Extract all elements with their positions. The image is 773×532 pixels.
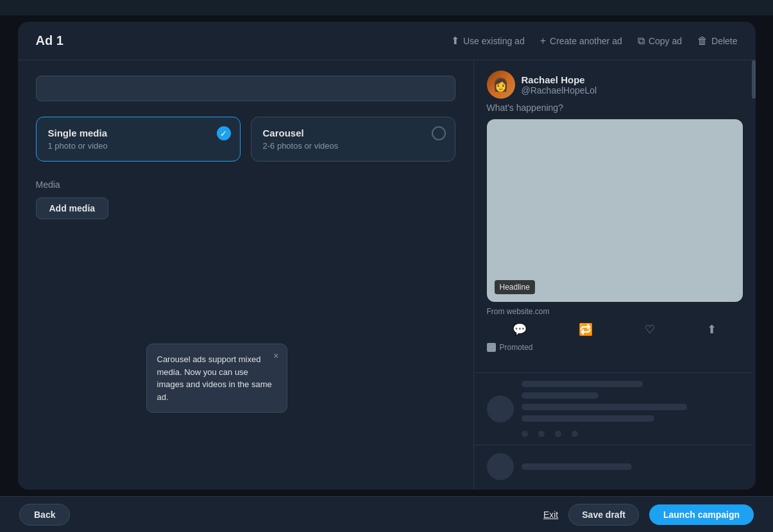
skeleton-row-2 bbox=[474, 445, 756, 488]
back-button[interactable]: Back bbox=[19, 504, 70, 526]
copy-icon: ⧉ bbox=[638, 35, 645, 47]
upload-icon: ⬆ bbox=[451, 35, 459, 47]
bottom-bar: Back Exit Save draft Launch campaign bbox=[0, 496, 773, 532]
carousel-desc: 2-6 photos or videos bbox=[263, 141, 443, 151]
tweet-status-text: What's happening? bbox=[487, 103, 743, 113]
right-actions: Exit Save draft Launch campaign bbox=[543, 504, 754, 526]
tweet-user-info: Rachael Hope @RachaelHopeLol bbox=[522, 74, 597, 96]
use-existing-ad-button[interactable]: ⬆ Use existing ad bbox=[451, 35, 525, 47]
scrollbar-thumb[interactable] bbox=[752, 60, 756, 99]
like-icon[interactable]: ♡ bbox=[645, 322, 655, 337]
carousel-radio bbox=[432, 126, 446, 140]
copy-ad-button[interactable]: ⧉ Copy ad bbox=[638, 35, 682, 47]
plus-icon: + bbox=[540, 35, 546, 47]
save-draft-button[interactable]: Save draft bbox=[568, 504, 639, 526]
delete-button[interactable]: 🗑 Delete bbox=[697, 35, 737, 47]
tooltip-close-button[interactable]: × bbox=[273, 351, 278, 361]
skeleton-line bbox=[522, 415, 654, 422]
trash-icon: 🗑 bbox=[697, 35, 708, 47]
tweet-preview: 👩 Rachael Hope @RachaelHopeLol What's ha… bbox=[474, 60, 756, 372]
skeleton-row-1 bbox=[474, 372, 756, 445]
ad-card: Ad 1 ⬆ Use existing ad + Create another … bbox=[18, 22, 756, 490]
skeleton-line bbox=[522, 463, 633, 470]
tweet-header: 👩 Rachael Hope @RachaelHopeLol bbox=[487, 71, 743, 99]
single-media-card[interactable]: ✓ Single media 1 photo or video bbox=[36, 117, 241, 162]
skeleton-dot bbox=[572, 431, 578, 437]
card-body: ✓ Single media 1 photo or video Carousel… bbox=[18, 60, 756, 490]
carousel-name: Carousel bbox=[263, 128, 443, 138]
left-panel: ✓ Single media 1 photo or video Carousel… bbox=[18, 60, 473, 490]
skeleton-dot bbox=[555, 431, 561, 437]
share-icon[interactable]: ⬆ bbox=[707, 322, 717, 337]
launch-campaign-button[interactable]: Launch campaign bbox=[649, 504, 754, 525]
ad-type-row: ✓ Single media 1 photo or video Carousel… bbox=[36, 117, 455, 162]
add-media-button[interactable]: Add media bbox=[36, 197, 109, 219]
header-actions: ⬆ Use existing ad + Create another ad ⧉ … bbox=[451, 35, 738, 47]
retweet-icon[interactable]: 🔁 bbox=[579, 322, 593, 337]
main-container: Ad 1 ⬆ Use existing ad + Create another … bbox=[0, 15, 773, 496]
single-media-name: Single media bbox=[48, 128, 228, 138]
skeleton-lines-1 bbox=[522, 381, 743, 437]
create-another-ad-button[interactable]: + Create another ad bbox=[540, 35, 622, 47]
promoted-icon bbox=[487, 343, 496, 352]
skeleton-line bbox=[522, 381, 643, 387]
reply-icon[interactable]: 💬 bbox=[513, 322, 527, 337]
media-label: Media bbox=[36, 179, 455, 190]
single-media-desc: 1 photo or video bbox=[48, 141, 228, 151]
top-input-bar[interactable] bbox=[36, 76, 455, 101]
tweet-username: Rachael Hope bbox=[522, 74, 597, 85]
skeleton-avatar-1 bbox=[487, 395, 514, 422]
tooltip-text: Carousel ads support mixed media. Now yo… bbox=[157, 354, 272, 402]
from-website: From website.com bbox=[487, 307, 743, 316]
skeleton-dot bbox=[538, 431, 545, 437]
skeleton-dots bbox=[522, 431, 743, 437]
exit-button[interactable]: Exit bbox=[543, 510, 558, 520]
carousel-tooltip: × Carousel ads support mixed media. Now … bbox=[146, 344, 287, 413]
ad-title: Ad 1 bbox=[36, 33, 64, 48]
skeleton-lines-2 bbox=[522, 463, 743, 470]
card-header: Ad 1 ⬆ Use existing ad + Create another … bbox=[18, 22, 756, 60]
carousel-card[interactable]: Carousel 2-6 photos or videos bbox=[251, 117, 455, 162]
scrollbar-track[interactable] bbox=[752, 60, 756, 490]
skeleton-avatar-2 bbox=[487, 453, 514, 480]
skeleton-dot bbox=[522, 431, 528, 437]
single-media-radio: ✓ bbox=[217, 126, 231, 140]
skeleton-line bbox=[522, 392, 599, 399]
headline-badge: Headline bbox=[495, 280, 535, 294]
avatar: 👩 bbox=[487, 71, 515, 99]
media-preview-placeholder: Headline bbox=[487, 119, 743, 302]
top-bar bbox=[0, 0, 773, 15]
tweet-actions: 💬 🔁 ♡ ⬆ bbox=[487, 322, 743, 337]
tweet-handle: @RachaelHopeLol bbox=[522, 85, 597, 96]
skeleton-line bbox=[522, 404, 688, 410]
right-panel: 👩 Rachael Hope @RachaelHopeLol What's ha… bbox=[473, 60, 756, 490]
promoted-label: Promoted bbox=[487, 343, 743, 352]
